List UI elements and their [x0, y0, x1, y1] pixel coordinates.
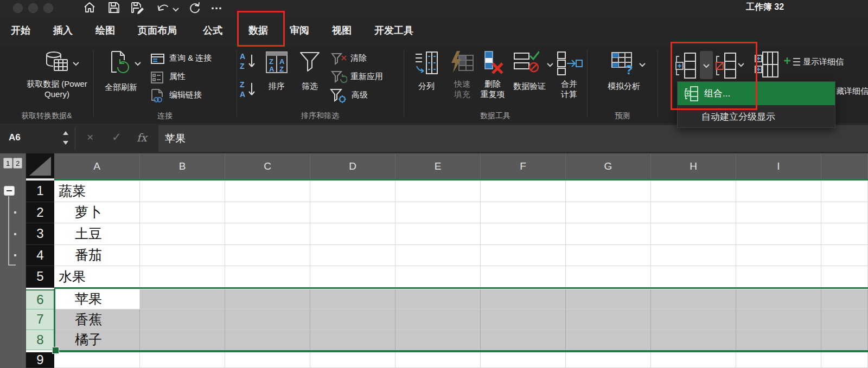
cell-A4[interactable]: 番茄 [54, 245, 140, 267]
cell-E7[interactable] [395, 309, 481, 330]
zoom-window-button[interactable] [43, 3, 53, 13]
column-header-D[interactable]: D [310, 153, 395, 179]
save-as-icon[interactable] [130, 1, 145, 17]
cell-G6[interactable] [566, 289, 651, 310]
cell-F6[interactable] [481, 289, 566, 310]
what-if-analysis-button[interactable]: 模拟分析 [599, 81, 649, 91]
cell-D3[interactable] [310, 223, 395, 245]
cell-I9[interactable] [736, 352, 821, 368]
cell-D2[interactable] [310, 202, 395, 224]
outline-level-2-button[interactable]: 2 [13, 158, 22, 169]
undo-menu-chevron-icon[interactable] [173, 4, 179, 14]
cell-F7[interactable] [481, 309, 566, 330]
cancel-icon[interactable]: × [87, 131, 93, 144]
more-commands-icon[interactable]: … [210, 0, 222, 12]
cell-J1[interactable] [821, 180, 868, 202]
column-header-A[interactable]: A [54, 153, 140, 179]
cell-A1[interactable]: 蔬菜 [54, 180, 140, 202]
name-box-down-arrow-icon[interactable] [63, 141, 68, 145]
text-to-columns-button[interactable]: 分列 [412, 81, 441, 91]
cell-E9[interactable] [395, 352, 481, 368]
cell-C3[interactable] [225, 223, 310, 245]
cell-J8[interactable] [821, 330, 868, 351]
cell-A9[interactable] [54, 352, 140, 368]
cell-G2[interactable] [566, 202, 651, 224]
hide-detail-button[interactable]: 藏详细信 [836, 86, 868, 96]
tab-公式[interactable]: 公式 [203, 24, 222, 37]
minimize-window-button[interactable] [28, 3, 38, 13]
show-detail-button[interactable]: 显示详细信 [803, 57, 844, 67]
cell-F4[interactable] [481, 245, 566, 267]
cell-I4[interactable] [736, 245, 821, 267]
reapply-filter-button[interactable]: 重新应用 [350, 72, 383, 82]
row-header-4[interactable]: 4 [26, 245, 54, 267]
cell-G3[interactable] [566, 223, 651, 245]
cell-I2[interactable] [736, 202, 821, 224]
cell-I8[interactable] [736, 330, 821, 351]
properties-button[interactable]: 属性 [169, 72, 186, 82]
outline-level-1-button[interactable]: 1 [3, 158, 12, 169]
column-header-C[interactable]: C [225, 153, 310, 179]
collapse-group-button[interactable] [4, 186, 15, 196]
close-window-button[interactable] [13, 3, 23, 13]
filter-button[interactable]: 筛选 [299, 81, 321, 91]
consolidate-button[interactable]: 合并计算 [553, 79, 585, 99]
row-header-2[interactable]: 2 [26, 202, 54, 224]
tab-开发工具[interactable]: 开发工具 [374, 24, 413, 37]
cell-J2[interactable] [821, 202, 868, 224]
cell-B2[interactable] [140, 202, 225, 224]
name-box[interactable]: A6 [9, 132, 21, 143]
cell-I6[interactable] [736, 289, 821, 310]
select-all-corner[interactable] [26, 153, 54, 179]
cell-H9[interactable] [651, 352, 736, 368]
tab-绘图[interactable]: 绘图 [95, 24, 115, 37]
cell-H8[interactable] [651, 330, 736, 351]
cell-C2[interactable] [225, 202, 310, 224]
cell-H2[interactable] [651, 202, 736, 224]
sort-za-icon[interactable]: Z A [240, 80, 257, 101]
cell-C7[interactable] [225, 309, 310, 330]
cell-D1[interactable] [310, 180, 395, 202]
cell-C6[interactable] [225, 289, 310, 310]
cell-G1[interactable] [566, 180, 651, 202]
cell-A5[interactable]: 水果 [54, 266, 140, 288]
cell-A6[interactable]: 苹果 [54, 289, 140, 310]
cell-D9[interactable] [310, 352, 395, 368]
edit-links-button[interactable]: 编辑链接 [169, 90, 202, 100]
cell-C4[interactable] [225, 245, 310, 267]
cell-E2[interactable] [395, 202, 481, 224]
cell-F3[interactable] [481, 223, 566, 245]
row-header-5[interactable]: 5 [26, 266, 54, 288]
column-header-H[interactable]: H [651, 153, 736, 179]
tab-开始[interactable]: 开始 [11, 24, 30, 37]
column-header-clipped[interactable] [821, 153, 868, 179]
cell-D4[interactable] [310, 245, 395, 267]
column-header-E[interactable]: E [395, 153, 481, 179]
cell-I1[interactable] [736, 180, 821, 202]
data-validation-button[interactable]: 数据验证 [505, 81, 554, 91]
queries-connections-button[interactable]: 查询 & 连接 [169, 53, 212, 63]
tab-视图[interactable]: 视图 [332, 24, 352, 37]
cell-H5[interactable] [651, 266, 736, 288]
cell-I5[interactable] [736, 266, 821, 288]
sort-az-icon[interactable]: A Z [240, 52, 257, 73]
cell-J4[interactable] [821, 245, 868, 267]
cell-F2[interactable] [481, 202, 566, 224]
cell-B9[interactable] [140, 352, 225, 368]
save-icon[interactable] [107, 1, 121, 17]
cell-F1[interactable] [481, 180, 566, 202]
enter-icon[interactable]: ✓ [112, 131, 122, 144]
column-header-B[interactable]: B [140, 153, 225, 179]
cell-D5[interactable] [310, 266, 395, 288]
cell-J9[interactable] [821, 352, 868, 368]
cell-G9[interactable] [566, 352, 651, 368]
cell-H4[interactable] [651, 245, 736, 267]
column-header-G[interactable]: G [566, 153, 651, 179]
subtotal-icon[interactable] [754, 51, 779, 81]
cell-A8[interactable]: 橘子 [54, 330, 140, 351]
row-header-8[interactable]: 8 [26, 330, 54, 351]
tab-插入[interactable]: 插入 [53, 24, 73, 37]
cell-I3[interactable] [736, 223, 821, 245]
row-header-6[interactable]: 6 [26, 289, 54, 310]
cell-H1[interactable] [651, 180, 736, 202]
